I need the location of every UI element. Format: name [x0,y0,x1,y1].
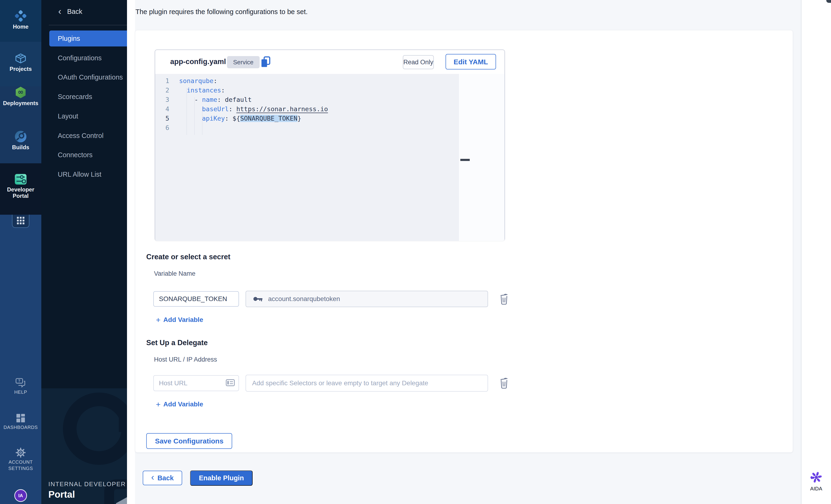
svg-text:∞: ∞ [18,88,24,96]
delegate-section-heading: Set Up a Delegate [146,338,208,347]
secret-reference-select[interactable]: account.sonarqubetoken [246,291,488,307]
illustration-ring [63,392,127,465]
token-plain [179,115,202,122]
token-plain: : [221,87,225,94]
host-url-field [153,375,239,391]
minimap-slider[interactable] [460,159,470,161]
rail-item-help[interactable]: ? HELP [0,377,41,395]
sidebar-item-connectors[interactable]: Connectors [49,147,127,163]
code-line-6 [155,123,458,132]
rail-item-home[interactable]: Home [0,9,41,30]
gear-icon [15,447,26,459]
sidebar-back-button[interactable]: ‹ Back [41,5,127,18]
token-key: apiKey [202,115,225,122]
token-plain [179,87,187,94]
sidebar-item-access-control[interactable]: Access Control [49,128,127,144]
token-key: baseUrl [202,106,229,113]
rail-item-dashboards[interactable]: DASHBOARDS [0,413,41,431]
sidebar-item-configurations[interactable]: Configurations [49,50,127,66]
secret-reference-value: account.sonarqubetoken [268,295,340,303]
rail-item-projects[interactable]: Projects [0,52,41,72]
plus-icon: + [156,401,161,408]
code-line-5: apiKey: ${SONARQUBE_TOKEN} [155,114,458,123]
variable-name-label: Variable Name [154,270,196,277]
sidebar-item-url-allow-list[interactable]: URL Allow List [49,166,127,182]
edit-yaml-button[interactable]: Edit YAML [446,54,496,69]
aida-assistant-button[interactable]: AIDA [801,471,831,492]
rail-item-label: Home [0,24,41,30]
add-variable-link-secret[interactable]: + Add Variable [156,316,203,324]
plugin-settings-sidebar: ‹ Back PluginsConfigurationsOAuth Config… [41,0,127,504]
sidebar-item-scorecards[interactable]: Scorecards [49,89,127,105]
projects-cube-icon [14,52,27,66]
footer-back-label: Back [157,474,174,482]
rail-item-account-settings[interactable]: ACCOUNT SETTINGS [0,447,41,472]
sidebar-item-layout[interactable]: Layout [49,108,127,124]
plus-icon: + [156,317,161,323]
token-key: sonarqube [179,77,213,85]
yaml-card-header: app-config.yaml Service Read Only Edit Y… [155,50,505,74]
aida-logo-icon [810,480,822,484]
token-plain: } [297,115,301,122]
enable-plugin-button[interactable]: Enable Plugin [190,470,253,486]
plugin-config-card: app-config.yaml Service Read Only Edit Y… [135,30,793,453]
harness-home-icon [14,9,27,24]
content-gutter [127,0,135,504]
internal-developer-portal-brand: INTERNAL DEVELOPER Portal [48,480,126,500]
rail-item-developer-portal[interactable]: Developer Portal [0,173,41,199]
help-chat-icon: ? [15,377,27,389]
enable-plugin-label: Enable Plugin [199,474,244,482]
editor-minimap[interactable] [458,74,505,241]
deployments-hexagon-icon: ∞ [14,86,27,100]
token-key: instances [187,87,221,94]
add-variable-link-delegate[interactable]: + Add Variable [156,401,203,408]
copy-icon[interactable] [260,56,271,69]
token-plain: : [225,115,233,122]
module-rail: Home Projects ∞ [0,0,41,504]
token-url: https://sonar.harness.io [236,106,328,113]
brand-line-top: INTERNAL DEVELOPER [48,480,126,488]
token-hl: SONARQUBE_TOKEN [240,115,297,122]
sidebar-divider [49,25,127,25]
delete-delegate-row-icon[interactable] [499,377,509,389]
yaml-code-editor[interactable]: 1sonarqube:2 instances:3 - name: default… [155,74,505,241]
secret-section-heading: Create or select a secret [146,253,230,261]
rail-item-label: Builds [0,144,41,150]
token-plain: ${ [233,115,240,122]
avatar-initials: IA [18,493,23,498]
rail-item-builds[interactable]: Builds [0,130,41,150]
code-line-4: baseUrl: https://sonar.harness.io [155,105,458,114]
nine-dot-grid-icon [17,216,25,226]
rail-item-label-line2: SETTINGS [0,465,41,472]
code-line-1: sonarqube: [155,76,458,86]
sidebar-item-oauth-configurations[interactable]: OAuth Configurations [49,69,127,85]
variable-name-input[interactable] [153,291,239,307]
rail-item-label: Projects [0,66,41,72]
rail-item-label: Deployments [0,100,41,106]
delete-variable-icon[interactable] [499,293,509,305]
token-plain [179,106,202,113]
key-icon [253,295,263,302]
token-plain: : [213,77,217,85]
module-picker-tab[interactable] [12,215,29,228]
builds-circle-icon [14,130,27,144]
rail-item-deployments[interactable]: ∞ Deployments [0,86,41,106]
sidebar-back-label: Back [67,8,82,16]
rail-item-label-line1: ACCOUNT [0,459,41,465]
token-key: name [202,96,218,103]
host-url-label: Host URL / IP Address [154,356,217,363]
brand-line-bottom: Portal [48,489,126,500]
sidebar-item-plugins[interactable]: Plugins [49,30,127,47]
rail-item-label-line1: Developer [0,186,41,192]
footer-back-button[interactable]: ‹ Back [143,471,182,485]
rail-item-label-line2: Portal [0,192,41,199]
delegate-selectors-input[interactable] [246,375,488,392]
svg-text:?: ? [18,379,21,383]
user-avatar[interactable]: IA [14,489,27,502]
add-variable-label: Add Variable [163,401,203,408]
harness-idp-plugin-config-page: Home Projects ∞ [0,0,831,504]
save-configurations-button[interactable]: Save Configurations [146,433,232,449]
read-only-chip: Read Only [403,55,434,69]
token-plain: - [179,96,202,103]
illustration-bar [119,418,127,432]
